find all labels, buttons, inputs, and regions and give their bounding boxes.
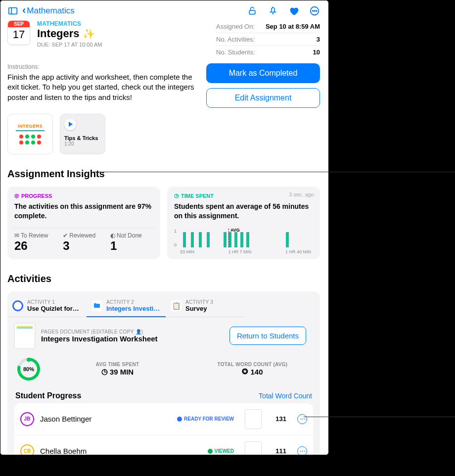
folder-icon [91, 300, 102, 311]
tab-activity-3[interactable]: 📋 ACTIVITY 3Survey [166, 296, 245, 317]
survey-icon: 📋 [171, 300, 182, 311]
svg-rect-2 [249, 10, 255, 14]
heart-icon[interactable] [288, 5, 299, 16]
student-name: Chella Boehm [40, 447, 202, 455]
student-list: JB Jason Bettinger READY FOR REVIEW 131 … [14, 403, 313, 455]
student-row[interactable]: JB Jason Bettinger READY FOR REVIEW 131 … [14, 403, 313, 435]
activities-card: ACTIVITY 1Use Quizlet for… ACTIVITY 2Int… [7, 291, 320, 455]
back-label: Mathematics [27, 6, 74, 16]
document-type-label: PAGES DOCUMENT (EDITABLE COPY 👤) [41, 329, 158, 334]
svg-point-6 [314, 10, 315, 11]
callout-line [94, 172, 455, 172]
assignment-title: Integers ✨ [37, 27, 102, 40]
mark-completed-button[interactable]: Mark as Completed [206, 63, 320, 83]
time-chart: 1 0 AVG 33 MIN 1 HR 7 MIN 1 HR 40 MIN [174, 229, 313, 254]
avatar: CB [20, 444, 34, 455]
svg-point-7 [316, 10, 317, 11]
status-badge: VIEWED [208, 448, 234, 454]
student-name: Jason Bettinger [40, 415, 171, 423]
badge-icon: ✪ [242, 367, 248, 376]
clock-icon: ◷ [174, 192, 179, 199]
class-name-eyebrow: MATHEMATICS [37, 20, 102, 27]
lock-open-icon[interactable] [247, 5, 258, 16]
check-circle-icon: ✔ [63, 232, 68, 239]
calendar-month: SEP [8, 21, 30, 27]
student-row[interactable]: CB Chella Boehm VIEWED 111 ⋯ [14, 435, 313, 455]
status-badge: READY FOR REVIEW [177, 416, 234, 422]
half-circle-icon: ◐ [110, 232, 115, 239]
more-icon[interactable] [309, 5, 320, 16]
sort-button[interactable]: Total Word Count [259, 392, 312, 400]
word-count: 111 [273, 447, 286, 455]
inbox-icon: ✉ [14, 232, 19, 239]
attachment-video[interactable]: Tips & Tricks 1:20 [60, 114, 105, 154]
return-to-students-button[interactable]: Return to Students [229, 327, 306, 345]
video-title: Tips & Tricks [64, 135, 98, 141]
insights-heading: Assignment Insights [0, 154, 327, 183]
avatar: JB [20, 412, 34, 426]
calendar-icon: SEP 17 [7, 20, 30, 45]
instructions-label: Instructions: [7, 63, 196, 70]
assignment-meta: Assigned On:Sep 10 at 8:59 AM No. Activi… [216, 20, 320, 58]
assignment-detail-screen: { "nav": { "back": "Mathematics" }, "hea… [0, 0, 327, 455]
work-thumbnail[interactable] [245, 441, 262, 455]
assignment-header: SEP 17 MATHEMATICS Integers ✨ DUE: SEP 1… [0, 18, 327, 58]
student-progress-heading: Student Progress [15, 391, 81, 400]
time-msg: Students spent an average of 56 minutes … [174, 202, 313, 221]
svg-rect-0 [9, 8, 17, 14]
quizlet-icon [12, 300, 23, 311]
target-icon: ◎ [14, 192, 19, 199]
calendar-day: 17 [13, 27, 25, 41]
chevron-left-icon: ‹ [22, 5, 26, 16]
play-icon [64, 118, 76, 130]
time-spent-card[interactable]: ◷ TIME SPENT 3 sec. ago Students spent a… [167, 187, 320, 259]
document-thumbnail[interactable] [14, 323, 35, 349]
top-toolbar: ‹ Mathematics [0, 0, 327, 18]
due-date: DUE: SEP 17 AT 10:00 AM [37, 42, 102, 48]
progress-card[interactable]: ◎ PROGRESS The activities on this assign… [7, 187, 160, 259]
word-count: 131 [273, 415, 286, 423]
instructions-text: Finish the app activity and worksheet, t… [7, 72, 196, 102]
row-more-button[interactable]: ⋯ [297, 414, 307, 424]
document-title: Integers Investigation Worksheet [41, 334, 158, 343]
tab-activity-1[interactable]: ACTIVITY 1Use Quizlet for… [7, 296, 87, 317]
updated-ago: 3 sec. ago [289, 191, 314, 197]
back-button[interactable]: ‹ Mathematics [22, 5, 75, 16]
activities-heading: Activities [0, 259, 327, 287]
tab-activity-2[interactable]: ACTIVITY 2Integers Investi… [87, 296, 166, 317]
attachments-row: INTEGERS Tips & Tricks 1:20 [0, 108, 327, 154]
edit-assignment-button[interactable]: Edit Assignment [206, 88, 320, 108]
progress-ring: 80% [17, 358, 40, 381]
video-duration: 1:20 [64, 141, 74, 146]
sidebar-toggle-icon[interactable] [7, 5, 18, 16]
callout-line [304, 417, 455, 417]
pin-icon[interactable] [268, 5, 278, 16]
work-thumbnail[interactable] [245, 409, 262, 429]
attachment-poster[interactable]: INTEGERS [7, 114, 53, 154]
row-more-button[interactable]: ⋯ [297, 446, 307, 455]
progress-msg: The activities on this assignment are 97… [14, 202, 153, 221]
sparkle-icon: ✨ [83, 28, 95, 40]
svg-point-5 [312, 10, 313, 11]
clock-icon: ◷ [101, 367, 108, 376]
